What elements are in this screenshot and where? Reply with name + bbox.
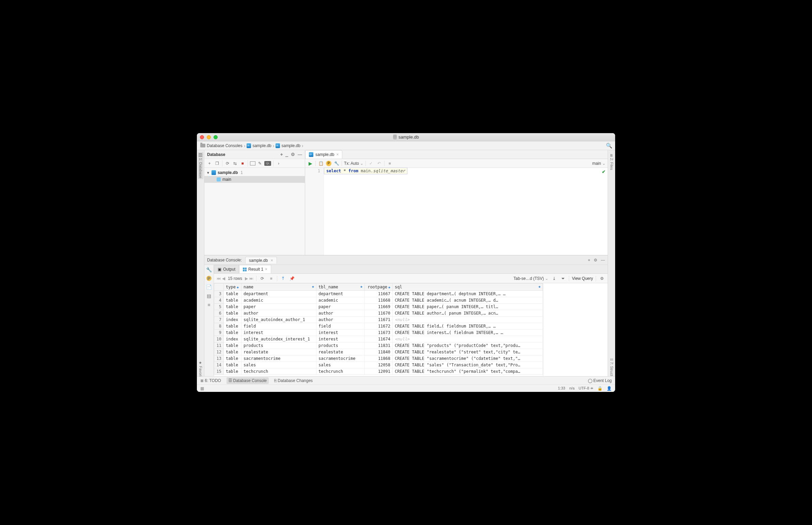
table-row[interactable]: 10indexsqlite_autoindex_interest_1intere… bbox=[214, 336, 543, 343]
breadcrumb-item[interactable]: sample.db bbox=[246, 143, 272, 148]
filter-icon[interactable]: ⏷ bbox=[560, 275, 566, 282]
breadcrumb-item[interactable]: sample.db bbox=[275, 143, 301, 148]
inspector-icon[interactable]: 👤 bbox=[607, 386, 612, 391]
wrench-icon[interactable]: 🔧 bbox=[334, 160, 340, 166]
ql-icon[interactable]: QL bbox=[264, 161, 271, 166]
col-type[interactable]: type◆ bbox=[224, 284, 241, 291]
minimize-icon[interactable]: — bbox=[298, 152, 302, 157]
table-row[interactable]: 7indexsqlite_autoindex_author_1author116… bbox=[214, 317, 543, 323]
run-icon[interactable]: ▶ bbox=[307, 160, 313, 166]
event-log[interactable]: ◯ Event Log bbox=[588, 378, 612, 383]
wrench-icon[interactable]: 🔧 bbox=[206, 267, 212, 272]
minimize-icon[interactable]: — bbox=[601, 258, 605, 262]
next-icon[interactable]: ▶ bbox=[245, 276, 248, 281]
col-sql[interactable]: sql◆ bbox=[393, 284, 543, 291]
gear-icon[interactable]: ⚙ bbox=[594, 258, 597, 262]
chevron-right-icon[interactable]: › bbox=[276, 160, 282, 166]
chevron-right-icon: › bbox=[244, 143, 246, 148]
p-chip-icon[interactable]: P bbox=[206, 276, 211, 281]
rollback-icon[interactable]: ↶ bbox=[376, 160, 382, 166]
close-icon[interactable]: × bbox=[336, 152, 339, 157]
commit-icon[interactable]: ✓ bbox=[368, 160, 374, 166]
refresh-icon[interactable]: ⟳ bbox=[224, 160, 231, 166]
chevron-down-icon: ▼ bbox=[206, 171, 210, 175]
table-row[interactable]: 11tableproductsproducts11831CREATE TABLE… bbox=[214, 343, 543, 349]
gear-icon[interactable]: ⚙ bbox=[599, 275, 605, 282]
view-query-button[interactable]: View Query bbox=[572, 276, 593, 281]
tx-mode-dropdown[interactable]: Tx: Auto ⌄ bbox=[344, 161, 364, 166]
target-icon[interactable]: ⌖ bbox=[588, 258, 590, 262]
stop-icon[interactable]: ■ bbox=[207, 302, 210, 308]
tab-db-console[interactable]: Database Console bbox=[226, 377, 269, 384]
minimize-icon[interactable] bbox=[207, 135, 211, 139]
maximize-icon[interactable] bbox=[213, 135, 218, 139]
first-icon[interactable]: ⏮ bbox=[217, 276, 221, 281]
gutter-tab-database[interactable]: 1: Database bbox=[198, 152, 203, 179]
table-icon[interactable] bbox=[250, 161, 255, 165]
chevron-down-icon: ⌄ bbox=[602, 161, 606, 166]
gutter-tab-files[interactable]: 🗎 2: Files bbox=[609, 152, 615, 171]
col-rootpage[interactable]: rootpage◆ bbox=[365, 284, 393, 291]
tab-result[interactable]: Result 1 × bbox=[239, 265, 271, 273]
console-tab[interactable]: sample.db × bbox=[245, 257, 277, 264]
result-grid[interactable]: type◆ name◆ tbl_name◆ rootpage◆ sql◆ 3ta… bbox=[214, 283, 543, 376]
breadcrumb-item[interactable]: Database Consoles bbox=[200, 143, 243, 148]
table-row[interactable]: 15tabletechcrunchtechcrunch12091CREATE T… bbox=[214, 369, 543, 375]
schema-dropdown[interactable]: main ⌄ bbox=[592, 161, 606, 166]
add-doc-icon[interactable]: 📄 bbox=[206, 284, 212, 290]
editor-code[interactable]: 1 select * from main.sqlite_master ✔ bbox=[305, 168, 608, 255]
tab-db-changes[interactable]: ⎘ Database Changes bbox=[274, 378, 313, 383]
close-icon[interactable]: × bbox=[265, 267, 267, 272]
database-icon bbox=[211, 170, 216, 175]
schema-icon bbox=[217, 177, 221, 181]
target-icon[interactable]: ⌖ bbox=[280, 152, 283, 157]
table-row[interactable]: 3tabledepartmentdepartment11667CREATE TA… bbox=[214, 291, 543, 297]
plan-icon[interactable]: 📋 bbox=[318, 160, 324, 166]
table-row[interactable]: 5tablepaperpaper11669CREATE TABLE paper…… bbox=[214, 304, 543, 310]
chevron-right-icon: › bbox=[273, 143, 275, 148]
pin-icon[interactable]: 📌 bbox=[289, 275, 295, 282]
split-icon[interactable]: ⎯ bbox=[285, 152, 288, 157]
col-tbl[interactable]: tbl_name◆ bbox=[316, 284, 365, 291]
rows-count: 15 rows bbox=[228, 276, 242, 281]
col-name[interactable]: name◆ bbox=[241, 284, 316, 291]
refresh-icon[interactable]: ⟳ bbox=[259, 275, 265, 282]
p-chip-icon[interactable]: P bbox=[326, 161, 331, 166]
table-row[interactable]: 6tableauthorauthor11670CREATE TABLE auth… bbox=[214, 310, 543, 317]
tab-todo[interactable]: ≣ 6: TODO bbox=[200, 378, 221, 383]
tab-output[interactable]: ▣ Output bbox=[214, 265, 239, 273]
gear-icon[interactable]: ⚙ bbox=[291, 152, 295, 157]
format-dropdown[interactable]: Tab-se…d (TSV) ⌄ bbox=[513, 276, 548, 281]
close-icon[interactable]: × bbox=[271, 258, 273, 263]
line-ending[interactable]: n/a bbox=[569, 386, 574, 391]
lock-icon[interactable]: 🔒 bbox=[597, 386, 603, 391]
tree-node-root[interactable]: ▼ sample.db 1 bbox=[204, 169, 305, 176]
edit-icon[interactable]: ✎ bbox=[257, 160, 263, 166]
add-icon[interactable]: + bbox=[206, 160, 212, 166]
stop-icon[interactable]: ■ bbox=[268, 275, 274, 282]
editor-toolbar: ▶ 📋 P 🔧 Tx: Auto ⌄ ✓ ↶ ■ bbox=[305, 159, 608, 168]
encoding[interactable]: UTF-8 ≑ bbox=[579, 386, 593, 391]
stop-icon[interactable]: ■ bbox=[387, 160, 393, 166]
sync-icon[interactable]: ⇆ bbox=[232, 160, 238, 166]
export-icon[interactable]: ⤓ bbox=[551, 275, 557, 282]
sql-code[interactable]: select * from main.sqlite_master bbox=[324, 167, 407, 174]
table-row[interactable]: 8tablefieldfield11672CREATE TABLE field…… bbox=[214, 323, 543, 330]
table-row[interactable]: 13tablesacramentocrimesacramentocrime118… bbox=[214, 356, 543, 362]
copy-icon[interactable]: ❐ bbox=[214, 160, 220, 166]
tree-node-schema[interactable]: main bbox=[204, 176, 305, 183]
add-row-icon[interactable]: ⤒ bbox=[280, 275, 286, 282]
prev-icon[interactable]: ◀ bbox=[222, 276, 225, 281]
layout-icon[interactable]: ▦ bbox=[200, 386, 204, 391]
editor-tab[interactable]: sample.db × bbox=[305, 150, 342, 159]
layout-icon[interactable]: ▤ bbox=[207, 293, 211, 299]
divider bbox=[315, 161, 316, 166]
table-row[interactable]: 12tablerealestaterealestate11840CREATE T… bbox=[214, 349, 543, 356]
search-icon[interactable]: 🔍 bbox=[606, 142, 612, 149]
table-row[interactable]: 9tableinterestinterest11673CREATE TABLE … bbox=[214, 330, 543, 336]
last-icon[interactable]: ⏭ bbox=[249, 276, 253, 281]
table-row[interactable]: 4tableacademicacademic11668CREATE TABLE … bbox=[214, 297, 543, 304]
table-row[interactable]: 14tablesalessales12058CREATE TABLE "sale… bbox=[214, 362, 543, 369]
close-icon[interactable] bbox=[200, 135, 204, 139]
stop-icon[interactable]: ■ bbox=[239, 160, 246, 166]
